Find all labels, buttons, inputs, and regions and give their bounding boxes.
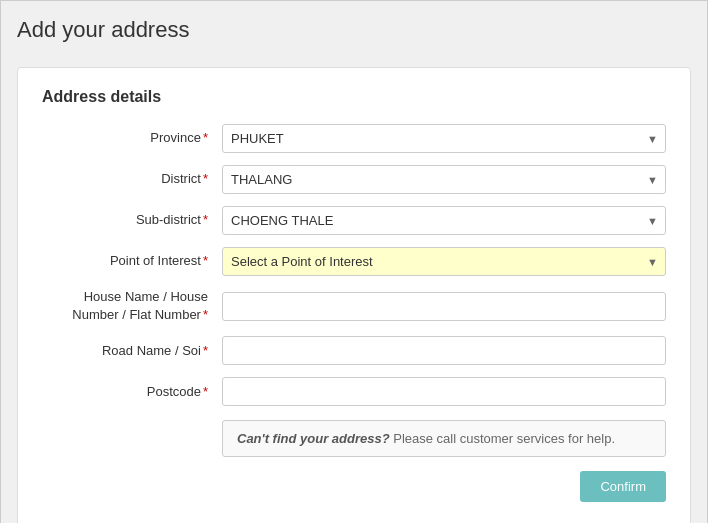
province-select-wrapper: PHUKET ▼ <box>222 124 666 153</box>
outer-container: Add your address Address details Provinc… <box>0 0 708 523</box>
province-control: PHUKET ▼ <box>222 124 666 153</box>
postcode-control <box>222 377 666 406</box>
address-card: Address details Province* PHUKET ▼ Distr… <box>17 67 691 523</box>
province-row: Province* PHUKET ▼ <box>42 124 666 153</box>
confirm-button[interactable]: Confirm <box>580 471 666 502</box>
subdistrict-select[interactable]: CHOENG THALE <box>222 206 666 235</box>
poi-select[interactable]: Select a Point of Interest <box>222 247 666 276</box>
district-control: THALANG ▼ <box>222 165 666 194</box>
road-name-row: Road Name / Soi* <box>42 336 666 365</box>
subdistrict-control: CHOENG THALE ▼ <box>222 206 666 235</box>
poi-select-wrapper: Select a Point of Interest ▼ <box>222 247 666 276</box>
page-title: Add your address <box>17 17 691 51</box>
road-name-control <box>222 336 666 365</box>
postcode-input[interactable] <box>222 377 666 406</box>
province-label: Province* <box>42 129 222 147</box>
poi-label: Point of Interest* <box>42 252 222 270</box>
subdistrict-label: Sub-district* <box>42 211 222 229</box>
poi-row: Point of Interest* Select a Point of Int… <box>42 247 666 276</box>
district-select-wrapper: THALANG ▼ <box>222 165 666 194</box>
postcode-label: Postcode* <box>42 383 222 401</box>
subdistrict-row: Sub-district* CHOENG THALE ▼ <box>42 206 666 235</box>
province-select[interactable]: PHUKET <box>222 124 666 153</box>
house-name-input[interactable] <box>222 292 666 321</box>
district-row: District* THALANG ▼ <box>42 165 666 194</box>
section-title: Address details <box>42 88 666 106</box>
road-name-label: Road Name / Soi* <box>42 342 222 360</box>
house-name-label: House Name / House Number / Flat Number* <box>42 288 222 324</box>
info-box: Can't find your address? Please call cus… <box>222 420 666 457</box>
subdistrict-select-wrapper: CHOENG THALE ▼ <box>222 206 666 235</box>
road-name-input[interactable] <box>222 336 666 365</box>
info-plain: Please call customer services for help. <box>390 431 615 446</box>
confirm-row: Confirm <box>42 471 666 502</box>
district-label: District* <box>42 170 222 188</box>
district-select[interactable]: THALANG <box>222 165 666 194</box>
info-italic: Can't find your address? <box>237 431 390 446</box>
postcode-row: Postcode* <box>42 377 666 406</box>
house-name-control <box>222 292 666 321</box>
poi-control: Select a Point of Interest ▼ <box>222 247 666 276</box>
house-name-row: House Name / House Number / Flat Number* <box>42 288 666 324</box>
